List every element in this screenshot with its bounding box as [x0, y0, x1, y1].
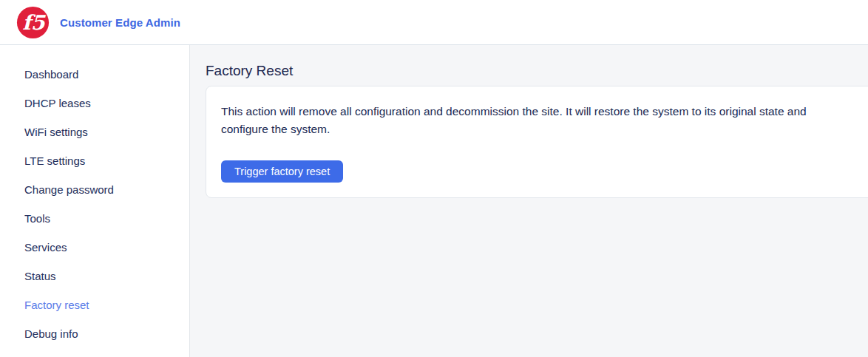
main-content: Factory Reset This action will remove al…: [190, 45, 868, 357]
f5-logo-icon: f5: [16, 6, 50, 39]
app-root: f5 Customer Edge Admin DashboardDHCP lea…: [0, 0, 868, 357]
sidebar-item-change-password[interactable]: Change password: [0, 175, 189, 204]
description-line-2: configure the system.: [221, 120, 868, 138]
sidebar-item-factory-reset[interactable]: Factory reset: [0, 290, 189, 319]
factory-reset-description: This action will remove all configuratio…: [221, 103, 868, 138]
sidebar-item-tools[interactable]: Tools: [0, 204, 189, 233]
sidebar-item-dhcp-leases[interactable]: DHCP leases: [0, 89, 189, 118]
f5-logo[interactable]: f5: [16, 6, 50, 39]
sidebar-item-status[interactable]: Status: [0, 262, 189, 290]
factory-reset-card: This action will remove all configuratio…: [206, 86, 868, 198]
page-title: Factory Reset: [206, 63, 868, 79]
app-title: Customer Edge Admin: [60, 16, 180, 29]
sidebar-item-lte-settings[interactable]: LTE settings: [0, 146, 189, 175]
trigger-factory-reset-button[interactable]: Trigger factory reset: [221, 160, 343, 183]
sidebar-nav: DashboardDHCP leasesWiFi settingsLTE set…: [0, 45, 190, 357]
sidebar-item-services[interactable]: Services: [0, 233, 189, 262]
description-line-1: This action will remove all configuratio…: [221, 103, 868, 120]
svg-text:f5: f5: [22, 10, 47, 34]
header: f5 Customer Edge Admin: [0, 0, 868, 45]
sidebar-item-dashboard[interactable]: Dashboard: [0, 60, 189, 89]
body-row: DashboardDHCP leasesWiFi settingsLTE set…: [0, 45, 868, 357]
sidebar-item-wifi-settings[interactable]: WiFi settings: [0, 118, 189, 146]
sidebar-item-debug-info[interactable]: Debug info: [0, 319, 189, 348]
